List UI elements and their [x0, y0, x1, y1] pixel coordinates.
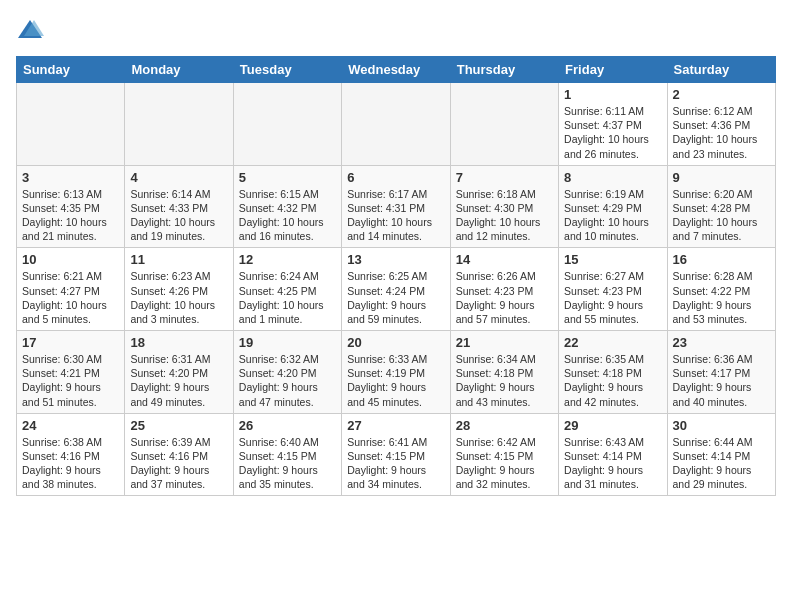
- day-number: 2: [673, 87, 770, 102]
- calendar-cell: 9Sunrise: 6:20 AM Sunset: 4:28 PM Daylig…: [667, 165, 775, 248]
- day-info: Sunrise: 6:40 AM Sunset: 4:15 PM Dayligh…: [239, 435, 336, 492]
- calendar-week-row: 3Sunrise: 6:13 AM Sunset: 4:35 PM Daylig…: [17, 165, 776, 248]
- day-info: Sunrise: 6:38 AM Sunset: 4:16 PM Dayligh…: [22, 435, 119, 492]
- day-info: Sunrise: 6:26 AM Sunset: 4:23 PM Dayligh…: [456, 269, 553, 326]
- calendar-cell: 14Sunrise: 6:26 AM Sunset: 4:23 PM Dayli…: [450, 248, 558, 331]
- calendar-cell: 7Sunrise: 6:18 AM Sunset: 4:30 PM Daylig…: [450, 165, 558, 248]
- weekday-header-wednesday: Wednesday: [342, 57, 450, 83]
- day-number: 18: [130, 335, 227, 350]
- calendar-cell: 12Sunrise: 6:24 AM Sunset: 4:25 PM Dayli…: [233, 248, 341, 331]
- day-info: Sunrise: 6:19 AM Sunset: 4:29 PM Dayligh…: [564, 187, 661, 244]
- day-number: 14: [456, 252, 553, 267]
- calendar-cell: 16Sunrise: 6:28 AM Sunset: 4:22 PM Dayli…: [667, 248, 775, 331]
- day-info: Sunrise: 6:43 AM Sunset: 4:14 PM Dayligh…: [564, 435, 661, 492]
- calendar-cell: [342, 83, 450, 166]
- day-number: 25: [130, 418, 227, 433]
- calendar-cell: 6Sunrise: 6:17 AM Sunset: 4:31 PM Daylig…: [342, 165, 450, 248]
- day-number: 13: [347, 252, 444, 267]
- calendar-header-row: SundayMondayTuesdayWednesdayThursdayFrid…: [17, 57, 776, 83]
- day-info: Sunrise: 6:28 AM Sunset: 4:22 PM Dayligh…: [673, 269, 770, 326]
- day-number: 16: [673, 252, 770, 267]
- day-number: 23: [673, 335, 770, 350]
- calendar-cell: 25Sunrise: 6:39 AM Sunset: 4:16 PM Dayli…: [125, 413, 233, 496]
- day-number: 7: [456, 170, 553, 185]
- calendar-cell: 20Sunrise: 6:33 AM Sunset: 4:19 PM Dayli…: [342, 331, 450, 414]
- day-info: Sunrise: 6:20 AM Sunset: 4:28 PM Dayligh…: [673, 187, 770, 244]
- logo: [16, 16, 48, 44]
- day-info: Sunrise: 6:24 AM Sunset: 4:25 PM Dayligh…: [239, 269, 336, 326]
- calendar-week-row: 24Sunrise: 6:38 AM Sunset: 4:16 PM Dayli…: [17, 413, 776, 496]
- calendar-cell: 18Sunrise: 6:31 AM Sunset: 4:20 PM Dayli…: [125, 331, 233, 414]
- calendar-cell: 27Sunrise: 6:41 AM Sunset: 4:15 PM Dayli…: [342, 413, 450, 496]
- calendar-cell: 17Sunrise: 6:30 AM Sunset: 4:21 PM Dayli…: [17, 331, 125, 414]
- weekday-header-friday: Friday: [559, 57, 667, 83]
- day-number: 10: [22, 252, 119, 267]
- day-info: Sunrise: 6:41 AM Sunset: 4:15 PM Dayligh…: [347, 435, 444, 492]
- day-info: Sunrise: 6:23 AM Sunset: 4:26 PM Dayligh…: [130, 269, 227, 326]
- calendar-cell: 28Sunrise: 6:42 AM Sunset: 4:15 PM Dayli…: [450, 413, 558, 496]
- logo-icon: [16, 16, 44, 44]
- calendar-cell: 1Sunrise: 6:11 AM Sunset: 4:37 PM Daylig…: [559, 83, 667, 166]
- weekday-header-sunday: Sunday: [17, 57, 125, 83]
- day-info: Sunrise: 6:36 AM Sunset: 4:17 PM Dayligh…: [673, 352, 770, 409]
- calendar-week-row: 10Sunrise: 6:21 AM Sunset: 4:27 PM Dayli…: [17, 248, 776, 331]
- day-number: 20: [347, 335, 444, 350]
- weekday-header-tuesday: Tuesday: [233, 57, 341, 83]
- day-info: Sunrise: 6:14 AM Sunset: 4:33 PM Dayligh…: [130, 187, 227, 244]
- calendar-cell: [233, 83, 341, 166]
- calendar-week-row: 17Sunrise: 6:30 AM Sunset: 4:21 PM Dayli…: [17, 331, 776, 414]
- day-info: Sunrise: 6:11 AM Sunset: 4:37 PM Dayligh…: [564, 104, 661, 161]
- calendar-cell: 4Sunrise: 6:14 AM Sunset: 4:33 PM Daylig…: [125, 165, 233, 248]
- day-number: 30: [673, 418, 770, 433]
- day-number: 15: [564, 252, 661, 267]
- calendar-cell: 13Sunrise: 6:25 AM Sunset: 4:24 PM Dayli…: [342, 248, 450, 331]
- calendar-table: SundayMondayTuesdayWednesdayThursdayFrid…: [16, 56, 776, 496]
- day-info: Sunrise: 6:13 AM Sunset: 4:35 PM Dayligh…: [22, 187, 119, 244]
- day-number: 12: [239, 252, 336, 267]
- calendar-cell: 21Sunrise: 6:34 AM Sunset: 4:18 PM Dayli…: [450, 331, 558, 414]
- weekday-header-monday: Monday: [125, 57, 233, 83]
- calendar-week-row: 1Sunrise: 6:11 AM Sunset: 4:37 PM Daylig…: [17, 83, 776, 166]
- calendar-cell: 15Sunrise: 6:27 AM Sunset: 4:23 PM Dayli…: [559, 248, 667, 331]
- day-number: 26: [239, 418, 336, 433]
- weekday-header-thursday: Thursday: [450, 57, 558, 83]
- day-info: Sunrise: 6:42 AM Sunset: 4:15 PM Dayligh…: [456, 435, 553, 492]
- day-number: 9: [673, 170, 770, 185]
- calendar-cell: [450, 83, 558, 166]
- day-number: 11: [130, 252, 227, 267]
- calendar-cell: 22Sunrise: 6:35 AM Sunset: 4:18 PM Dayli…: [559, 331, 667, 414]
- day-info: Sunrise: 6:35 AM Sunset: 4:18 PM Dayligh…: [564, 352, 661, 409]
- day-number: 29: [564, 418, 661, 433]
- calendar-cell: 11Sunrise: 6:23 AM Sunset: 4:26 PM Dayli…: [125, 248, 233, 331]
- calendar-cell: 30Sunrise: 6:44 AM Sunset: 4:14 PM Dayli…: [667, 413, 775, 496]
- day-info: Sunrise: 6:21 AM Sunset: 4:27 PM Dayligh…: [22, 269, 119, 326]
- day-info: Sunrise: 6:27 AM Sunset: 4:23 PM Dayligh…: [564, 269, 661, 326]
- day-number: 21: [456, 335, 553, 350]
- day-info: Sunrise: 6:15 AM Sunset: 4:32 PM Dayligh…: [239, 187, 336, 244]
- day-number: 5: [239, 170, 336, 185]
- day-info: Sunrise: 6:39 AM Sunset: 4:16 PM Dayligh…: [130, 435, 227, 492]
- day-number: 24: [22, 418, 119, 433]
- calendar-cell: 26Sunrise: 6:40 AM Sunset: 4:15 PM Dayli…: [233, 413, 341, 496]
- calendar-cell: [125, 83, 233, 166]
- day-info: Sunrise: 6:31 AM Sunset: 4:20 PM Dayligh…: [130, 352, 227, 409]
- day-info: Sunrise: 6:12 AM Sunset: 4:36 PM Dayligh…: [673, 104, 770, 161]
- calendar-cell: 2Sunrise: 6:12 AM Sunset: 4:36 PM Daylig…: [667, 83, 775, 166]
- day-info: Sunrise: 6:32 AM Sunset: 4:20 PM Dayligh…: [239, 352, 336, 409]
- day-number: 28: [456, 418, 553, 433]
- calendar-cell: 8Sunrise: 6:19 AM Sunset: 4:29 PM Daylig…: [559, 165, 667, 248]
- day-number: 6: [347, 170, 444, 185]
- day-number: 19: [239, 335, 336, 350]
- day-info: Sunrise: 6:17 AM Sunset: 4:31 PM Dayligh…: [347, 187, 444, 244]
- calendar-cell: [17, 83, 125, 166]
- header: [16, 16, 776, 44]
- day-info: Sunrise: 6:34 AM Sunset: 4:18 PM Dayligh…: [456, 352, 553, 409]
- weekday-header-saturday: Saturday: [667, 57, 775, 83]
- day-info: Sunrise: 6:18 AM Sunset: 4:30 PM Dayligh…: [456, 187, 553, 244]
- calendar-cell: 29Sunrise: 6:43 AM Sunset: 4:14 PM Dayli…: [559, 413, 667, 496]
- calendar-cell: 5Sunrise: 6:15 AM Sunset: 4:32 PM Daylig…: [233, 165, 341, 248]
- calendar-cell: 10Sunrise: 6:21 AM Sunset: 4:27 PM Dayli…: [17, 248, 125, 331]
- calendar-cell: 23Sunrise: 6:36 AM Sunset: 4:17 PM Dayli…: [667, 331, 775, 414]
- day-number: 8: [564, 170, 661, 185]
- calendar-cell: 19Sunrise: 6:32 AM Sunset: 4:20 PM Dayli…: [233, 331, 341, 414]
